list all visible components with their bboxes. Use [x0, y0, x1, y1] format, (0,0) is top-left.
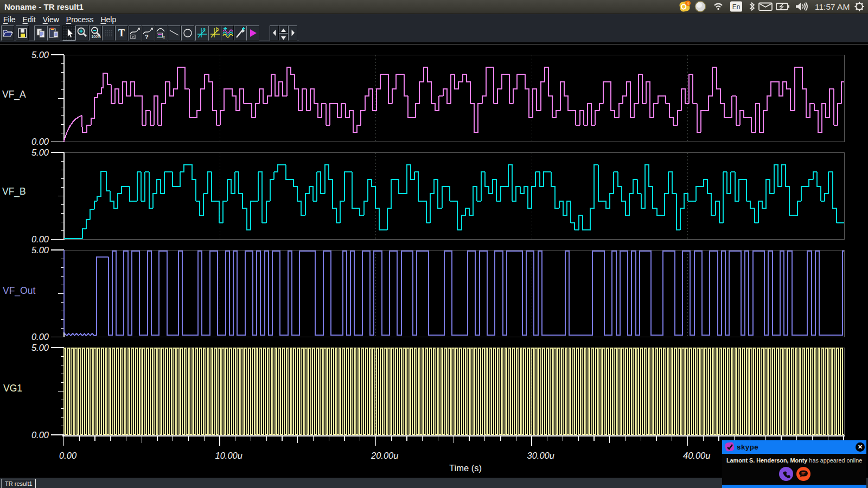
svg-text:30.00u: 30.00u: [527, 451, 554, 460]
svg-text:5.00: 5.00: [31, 50, 49, 60]
svg-text:10.00u: 10.00u: [215, 451, 242, 460]
svg-text:Time (s): Time (s): [449, 463, 482, 473]
svg-text:VF_Out: VF_Out: [3, 285, 35, 297]
svg-text:0.00: 0.00: [31, 430, 49, 440]
svg-text:5.00: 5.00: [31, 245, 49, 255]
svg-text:VF_B: VF_B: [2, 186, 26, 197]
svg-text:0.00: 0.00: [31, 234, 49, 244]
svg-text:5.00: 5.00: [31, 343, 49, 352]
svg-text:VG1: VG1: [3, 383, 22, 394]
svg-text:0.00: 0.00: [31, 137, 49, 146]
svg-text:0.00: 0.00: [31, 332, 49, 342]
svg-text:20.00u: 20.00u: [371, 451, 398, 460]
svg-text:VF_A: VF_A: [2, 89, 26, 100]
svg-text:0.00: 0.00: [59, 451, 77, 460]
svg-text:5.00: 5.00: [31, 147, 49, 157]
svg-text:40.00u: 40.00u: [683, 451, 710, 460]
